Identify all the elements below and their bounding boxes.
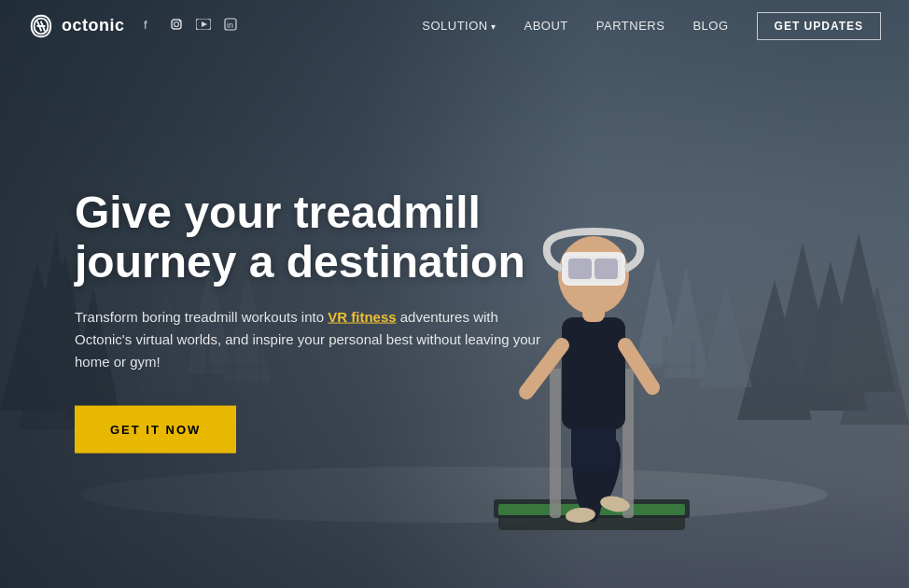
svg-rect-52: [594, 259, 618, 279]
social-links: f in: [144, 18, 237, 34]
svg-marker-58: [202, 21, 207, 27]
nav-solution[interactable]: SOLUTION: [422, 19, 496, 33]
youtube-icon[interactable]: [196, 19, 211, 33]
hero-title: Give your treadmill journey a destinatio…: [75, 189, 597, 287]
svg-text:f: f: [144, 18, 147, 31]
nav-logo[interactable]: octonic: [28, 13, 125, 39]
nav-right: SOLUTION ABOUT PARTNERS BLOG GET UPDATES: [422, 12, 881, 40]
subtitle-highlight: VR fitness: [328, 308, 396, 324]
hero-section: octonic f in SOLUTION ABOUT PARTNERS BLO…: [0, 0, 909, 588]
svg-text:in: in: [227, 21, 233, 30]
brand-name: octonic: [62, 16, 125, 35]
facebook-icon[interactable]: f: [144, 18, 157, 34]
hero-subtitle: Transform boring treadmill workouts into…: [75, 305, 541, 372]
linkedin-icon[interactable]: in: [224, 18, 237, 34]
navbar: octonic f in SOLUTION ABOUT PARTNERS BLO…: [0, 0, 909, 51]
svg-point-55: [174, 22, 178, 27]
nav-blog[interactable]: BLOG: [692, 19, 728, 33]
get-updates-button[interactable]: GET UPDATES: [757, 12, 881, 40]
nav-partners[interactable]: PARTNERS: [596, 19, 665, 33]
get-it-now-button[interactable]: GET IT NOW: [75, 405, 236, 453]
octonic-logo-icon: [28, 13, 54, 39]
hero-content: Give your treadmill journey a destinatio…: [75, 189, 597, 454]
instagram-icon[interactable]: [170, 18, 183, 34]
subtitle-start: Transform boring treadmill workouts into: [75, 308, 328, 324]
svg-point-56: [178, 21, 180, 22]
nav-about[interactable]: ABOUT: [524, 19, 568, 33]
